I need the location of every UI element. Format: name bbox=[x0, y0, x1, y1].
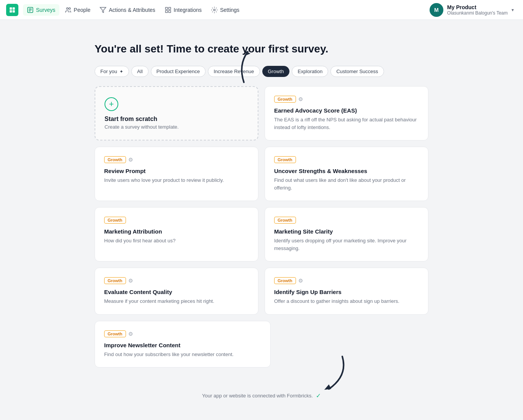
tab-growth[interactable]: Growth bbox=[262, 66, 290, 77]
svg-rect-12 bbox=[168, 7, 170, 9]
card-signup-desc: Offer a discount to gather insights abou… bbox=[274, 297, 419, 305]
footer-text: Your app or website is connected with Fo… bbox=[202, 393, 313, 399]
card-eas[interactable]: Growth ⚙ Earned Advocacy Score (EAS) The… bbox=[265, 86, 428, 141]
tab-all-label: All bbox=[137, 69, 142, 74]
badge-row: Growth ⚙ bbox=[274, 96, 419, 103]
filter-icon: ⚙ bbox=[298, 278, 303, 284]
card-eas-title: Earned Advocacy Score (EAS) bbox=[274, 107, 419, 114]
cards-wrapper: + Start from scratch Create a survey wit… bbox=[95, 86, 428, 368]
sparkle-icon: ✦ bbox=[119, 69, 123, 74]
nav-integrations-label: Integrations bbox=[174, 7, 202, 13]
nav-people-label: People bbox=[74, 7, 91, 13]
card-clarity-desc: Identify users dropping off your marketi… bbox=[274, 237, 419, 252]
badge-growth: Growth bbox=[104, 330, 126, 337]
badge-row: Growth bbox=[274, 217, 419, 224]
chevron-down-icon: ▾ bbox=[512, 7, 514, 13]
card-attribution[interactable]: Growth Marketing Attribution How did you… bbox=[95, 207, 258, 261]
card-newsletter[interactable]: Growth ⚙ Improve Newsletter Content Find… bbox=[95, 321, 271, 368]
tab-foryou[interactable]: For you ✦ bbox=[95, 66, 129, 77]
scratch-title: Start from scratch bbox=[105, 116, 157, 123]
card-attribution-desc: How did you first hear about us? bbox=[104, 237, 249, 245]
svg-rect-14 bbox=[168, 10, 170, 12]
badge-growth: Growth bbox=[274, 156, 296, 163]
nav-integrations[interactable]: Integrations bbox=[161, 4, 206, 16]
check-icon: ✓ bbox=[316, 392, 321, 399]
card-clarity-title: Marketing Site Clarity bbox=[274, 228, 419, 235]
svg-rect-3 bbox=[13, 10, 15, 12]
user-info: My Product Olasunkanmi Balogun's Team bbox=[447, 4, 508, 16]
tab-product[interactable]: Product Experience bbox=[151, 66, 206, 77]
card-content-desc: Measure if your content marketing pieces… bbox=[104, 297, 249, 305]
page-title: You're all set! Time to create your firs… bbox=[95, 43, 428, 55]
badge-row: Growth ⚙ bbox=[104, 156, 249, 163]
cards-grid: + Start from scratch Create a survey wit… bbox=[95, 86, 428, 315]
user-team-name: Olasunkanmi Balogun's Team bbox=[447, 10, 508, 16]
badge-row: Growth bbox=[104, 217, 249, 224]
badge-growth: Growth bbox=[274, 217, 296, 224]
card-clarity[interactable]: Growth Marketing Site Clarity Identify u… bbox=[265, 207, 428, 261]
nav-surveys-label: Surveys bbox=[36, 7, 56, 13]
badge-growth: Growth bbox=[104, 156, 126, 163]
card-content-title: Evaluate Content Quality bbox=[104, 289, 249, 295]
card-strengths-title: Uncover Strengths & Weaknesses bbox=[274, 168, 419, 174]
nav-surveys[interactable]: Surveys bbox=[23, 4, 59, 16]
nav-people[interactable]: People bbox=[61, 4, 95, 16]
tab-growth-label: Growth bbox=[268, 69, 284, 74]
card-strengths-desc: Find out what users like and don't like … bbox=[274, 176, 419, 191]
footer: Your app or website is connected with Fo… bbox=[0, 383, 523, 409]
svg-point-8 bbox=[66, 8, 68, 10]
svg-rect-0 bbox=[10, 7, 12, 10]
tab-foryou-label: For you bbox=[100, 69, 117, 74]
nav-user-menu[interactable]: M My Product Olasunkanmi Balogun's Team … bbox=[427, 2, 517, 18]
card-signup-title: Identify Sign Up Barriers bbox=[274, 289, 419, 295]
app-logo[interactable] bbox=[6, 4, 18, 16]
svg-point-9 bbox=[69, 8, 70, 10]
svg-rect-1 bbox=[13, 7, 15, 10]
tab-customer-label: Customer Success bbox=[336, 69, 378, 74]
tab-increase[interactable]: Increase Revenue bbox=[208, 66, 260, 77]
card-review-title: Review Prompt bbox=[104, 168, 249, 174]
plus-icon: + bbox=[105, 97, 118, 111]
badge-growth: Growth bbox=[104, 277, 126, 284]
card-review-desc: Invite users who love your product to re… bbox=[104, 176, 249, 184]
card-content[interactable]: Growth ⚙ Evaluate Content Quality Measur… bbox=[95, 268, 258, 315]
card-strengths[interactable]: Growth Uncover Strengths & Weaknesses Fi… bbox=[265, 147, 428, 201]
nav-actions[interactable]: Actions & Attributes bbox=[96, 4, 159, 16]
tab-exploration-label: Exploration bbox=[297, 69, 322, 74]
svg-rect-13 bbox=[165, 10, 167, 12]
badge-growth: Growth bbox=[274, 277, 296, 284]
user-product-name: My Product bbox=[447, 4, 508, 10]
badge-row: Growth bbox=[274, 156, 419, 163]
svg-point-15 bbox=[214, 9, 216, 11]
card-scratch[interactable]: + Start from scratch Create a survey wit… bbox=[95, 86, 258, 141]
filter-icon: ⚙ bbox=[298, 96, 303, 102]
filter-tabs: For you ✦ All Product Experience Increas… bbox=[95, 66, 428, 77]
scratch-desc: Create a survey without template. bbox=[105, 124, 179, 130]
badge-growth: Growth bbox=[104, 217, 126, 224]
card-eas-desc: The EAS is a riff off the NPS but asking… bbox=[274, 116, 419, 131]
navbar: Surveys People Actions & Attributes Inte… bbox=[0, 0, 523, 20]
tab-exploration[interactable]: Exploration bbox=[292, 66, 328, 77]
main-content: You're all set! Time to create your firs… bbox=[85, 20, 438, 383]
card-signup[interactable]: Growth ⚙ Identify Sign Up Barriers Offer… bbox=[265, 268, 428, 315]
filter-icon: ⚙ bbox=[128, 278, 133, 284]
tab-all[interactable]: All bbox=[131, 66, 148, 77]
tab-increase-label: Increase Revenue bbox=[214, 69, 254, 74]
tab-product-label: Product Experience bbox=[157, 69, 200, 74]
nav-settings[interactable]: Settings bbox=[207, 4, 244, 16]
svg-rect-2 bbox=[10, 10, 12, 12]
filter-icon: ⚙ bbox=[128, 331, 133, 337]
svg-marker-10 bbox=[100, 7, 106, 13]
badge-row: Growth ⚙ bbox=[104, 330, 261, 337]
card-newsletter-desc: Find out how your subscribers like your … bbox=[104, 351, 261, 358]
card-review[interactable]: Growth ⚙ Review Prompt Invite users who … bbox=[95, 147, 258, 201]
tab-customer[interactable]: Customer Success bbox=[330, 66, 384, 77]
svg-rect-11 bbox=[165, 7, 167, 9]
filter-icon: ⚙ bbox=[128, 157, 133, 163]
badge-growth: Growth bbox=[274, 96, 296, 103]
card-newsletter-title: Improve Newsletter Content bbox=[104, 342, 261, 348]
nav-settings-label: Settings bbox=[220, 7, 240, 13]
badge-row: Growth ⚙ bbox=[274, 277, 419, 284]
avatar: M bbox=[430, 3, 443, 17]
newsletter-row: Growth ⚙ Improve Newsletter Content Find… bbox=[95, 321, 428, 368]
